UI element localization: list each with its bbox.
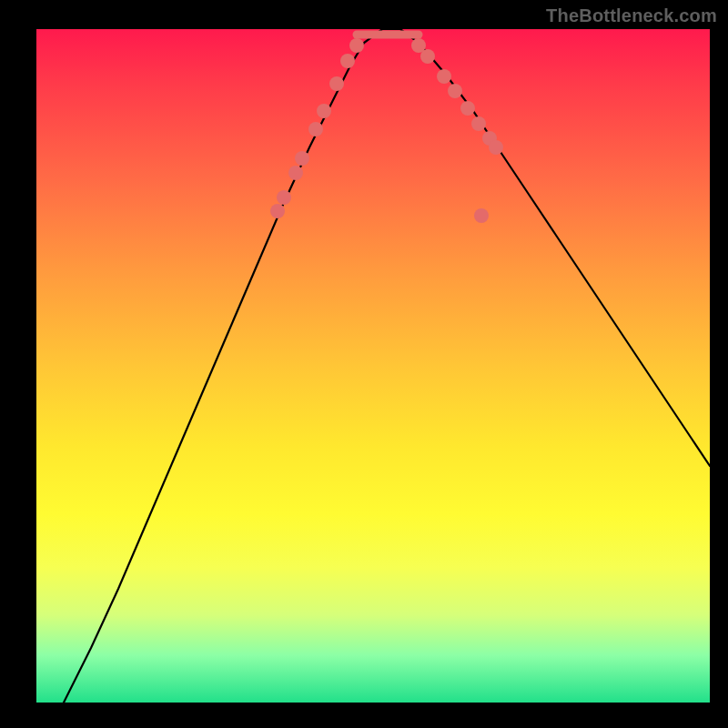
chart-plot-area — [36, 29, 710, 703]
marker-dot — [317, 104, 331, 118]
marker-dot — [448, 84, 462, 98]
marker-dot — [308, 122, 323, 136]
watermark-text: TheBottleneck.com — [546, 5, 717, 26]
marker-dot — [329, 76, 344, 91]
marker-dot — [340, 54, 355, 68]
marker-dot — [460, 101, 475, 116]
marker-dot — [437, 69, 451, 84]
marker-dot — [420, 49, 435, 64]
marker-dot — [489, 140, 503, 155]
scatter-markers — [270, 38, 503, 223]
marker-dot — [270, 204, 285, 218]
marker-dot — [474, 208, 489, 223]
marker-dot — [471, 116, 486, 131]
marker-dot — [288, 166, 303, 180]
marker-dot — [295, 151, 309, 166]
marker-dot — [277, 190, 291, 205]
chart-svg — [36, 29, 710, 703]
bottleneck-curve — [64, 29, 710, 703]
chart-frame: TheBottleneck.com — [0, 0, 728, 728]
marker-dot — [349, 38, 364, 53]
